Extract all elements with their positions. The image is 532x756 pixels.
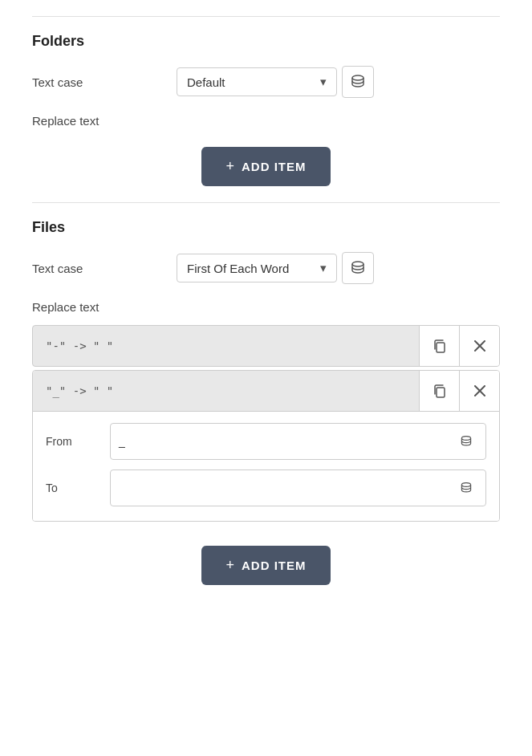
files-item-2-to-db-button[interactable] — [455, 477, 477, 499]
folders-title: Folders — [32, 33, 500, 50]
files-text-case-row: Text case First Of Each Word ▾ — [32, 252, 500, 284]
files-item-2-fields: From _ To — [33, 412, 499, 521]
files-item-2-from-field: _ — [110, 423, 486, 460]
folders-add-item-label: ADD ITEM — [242, 160, 307, 173]
files-item-1-copy-icon — [433, 339, 447, 353]
folders-db-icon — [350, 74, 366, 90]
files-text-case-label: Text case — [32, 262, 177, 275]
folders-add-item-wrapper: + ADD ITEM — [32, 139, 500, 186]
files-add-item-button[interactable]: + ADD ITEM — [201, 546, 330, 585]
folders-text-case-label: Text case — [32, 75, 177, 89]
files-replace-text-label: Replace text — [32, 300, 500, 314]
files-add-item-wrapper: + ADD ITEM — [32, 538, 500, 585]
folders-db-button[interactable] — [342, 66, 374, 98]
files-plus-icon: + — [225, 557, 235, 574]
files-item-1-remove-button[interactable] — [459, 326, 499, 366]
files-select-wrapper: First Of Each Word ▾ — [177, 252, 500, 284]
svg-point-1 — [352, 262, 363, 266]
svg-rect-5 — [437, 388, 445, 397]
files-chevron-icon: ▾ — [320, 261, 327, 275]
files-db-icon — [350, 260, 366, 276]
folders-text-case-select[interactable]: Default ▾ — [177, 67, 337, 96]
page-container: Folders Text case Default ▾ Replace t — [0, 0, 532, 601]
folders-text-case-row: Text case Default ▾ — [32, 66, 500, 98]
files-item-2-from-db-icon — [460, 435, 473, 448]
files-item-1-text: "-" -> " " — [33, 328, 419, 364]
files-item-1-copy-button[interactable] — [419, 326, 459, 366]
files-item-2-from-db-button[interactable] — [455, 430, 477, 453]
files-item-2-copy-button[interactable] — [419, 371, 459, 411]
folders-plus-icon: + — [225, 158, 235, 175]
files-section: Files Text case First Of Each Word ▾ — [32, 219, 500, 585]
files-item-1-close-icon — [474, 340, 485, 352]
files-item-2-from-label: From — [46, 435, 110, 448]
files-title: Files — [32, 219, 500, 236]
files-item-2-from-row: From _ — [46, 423, 486, 460]
files-item-2-to-row: To — [46, 469, 486, 506]
files-db-button[interactable] — [342, 252, 374, 284]
files-item-2-to-label: To — [46, 482, 110, 494]
files-item-1: "-" -> " " — [32, 325, 500, 367]
files-item-2-container: "_" -> " " From — [32, 370, 500, 522]
files-add-item-label: ADD ITEM — [242, 559, 307, 572]
files-item-2-from-value: _ — [119, 435, 455, 448]
files-item-2-to-field — [110, 469, 486, 506]
files-text-case-value: First Of Each Word — [187, 262, 289, 275]
files-item-2-text: "_" -> " " — [33, 373, 419, 408]
folders-divider — [32, 16, 500, 17]
svg-point-0 — [352, 75, 363, 80]
files-item-2-close-icon — [474, 385, 485, 396]
files-divider — [32, 202, 500, 203]
files-item-2-to-db-icon — [460, 482, 473, 494]
folders-replace-text-label: Replace text — [32, 114, 500, 128]
files-item-2-header: "_" -> " " — [33, 371, 499, 412]
spacer1 — [32, 186, 500, 202]
folders-add-item-button[interactable]: + ADD ITEM — [201, 147, 330, 186]
folders-chevron-icon: ▾ — [320, 75, 327, 89]
svg-rect-2 — [437, 343, 445, 352]
svg-point-8 — [461, 437, 470, 441]
folders-section: Folders Text case Default ▾ Replace t — [32, 33, 500, 186]
files-item-2-copy-icon — [433, 384, 447, 398]
files-text-case-select[interactable]: First Of Each Word ▾ — [177, 254, 337, 282]
files-item-2-remove-button[interactable] — [459, 371, 499, 411]
folders-text-case-value: Default — [187, 75, 225, 89]
svg-point-9 — [461, 483, 470, 487]
folders-select-wrapper: Default ▾ — [177, 66, 500, 98]
